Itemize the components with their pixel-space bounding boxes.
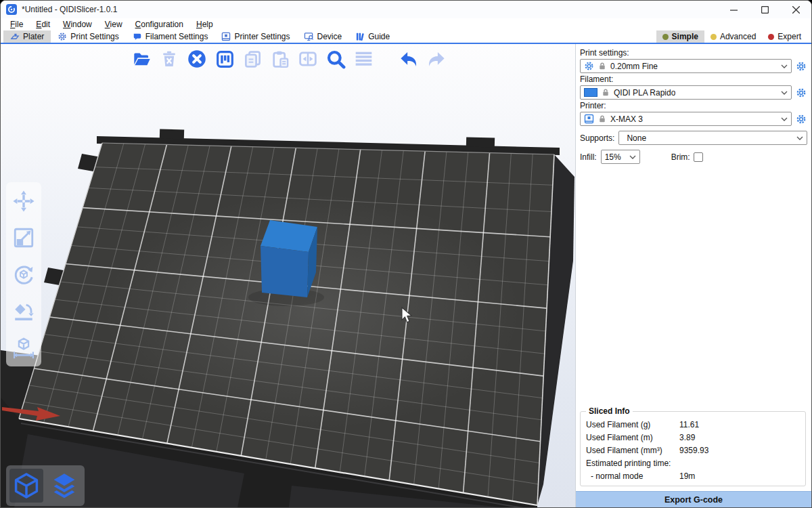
advanced-mode-dot (710, 34, 717, 40)
undo-button[interactable] (398, 48, 420, 70)
mode-advanced-label: Advanced (720, 32, 756, 41)
simple-mode-dot (662, 34, 669, 40)
open-file-button[interactable] (131, 48, 152, 70)
menu-view[interactable]: View (105, 20, 122, 29)
supports-value: None (623, 133, 646, 143)
mode-simple[interactable]: Simple (656, 30, 704, 43)
tab-bar: Plater Print Settings Filament Settings … (1, 30, 811, 44)
export-gcode-button[interactable]: Export G-code (576, 491, 811, 507)
3d-editor-cube-icon (13, 472, 40, 499)
menu-edit[interactable]: Edit (36, 20, 50, 29)
print-settings-value: 0.20mm Fine (610, 62, 658, 71)
brim-checkbox[interactable] (694, 152, 703, 162)
chevron-down-icon (629, 155, 636, 159)
mode-expert-label: Expert (777, 32, 801, 41)
gear-icon (796, 114, 807, 125)
infill-combo[interactable]: 15% (601, 150, 640, 164)
tab-plater-label: Plater (23, 32, 44, 41)
app-window: *Untitled - QIDISlicer-1.0.1 File Edit W… (0, 0, 812, 508)
tab-print-settings-label: Print Settings (70, 32, 118, 41)
tab-plater[interactable]: Plater (3, 30, 51, 43)
lock-icon (598, 62, 606, 70)
printer-value: X-MAX 3 (610, 114, 643, 124)
tab-device-label: Device (317, 32, 342, 41)
edit-print-settings-button[interactable] (795, 60, 807, 72)
sliced-info-row: Used Filament (mm³) 9359.93 (586, 446, 800, 455)
redo-button[interactable] (426, 48, 447, 70)
edit-filament-button[interactable] (795, 87, 807, 99)
rotate-tool-button[interactable] (12, 262, 36, 287)
arrange-grid-icon (216, 50, 234, 68)
sliced-info-row: Used Filament (g) 11.61 (586, 420, 800, 429)
viewport-3d[interactable] (1, 44, 575, 507)
menu-file[interactable]: File (10, 20, 23, 29)
flatten-icon (12, 299, 35, 322)
chevron-down-icon (781, 91, 788, 95)
sliced-info-row: - normal mode 19m (586, 471, 800, 481)
delete-button[interactable] (158, 48, 180, 70)
minimize-button[interactable] (718, 1, 749, 18)
print-settings-combo[interactable]: 0.20mm Fine (580, 59, 792, 73)
mode-expert[interactable]: Expert (762, 30, 807, 43)
tab-filament-settings-label: Filament Settings (145, 32, 208, 41)
tab-printer-settings[interactable]: Printer Settings (215, 30, 296, 43)
sliced-info-row: Used Filament (m) 3.89 (586, 433, 800, 442)
close-button[interactable] (780, 1, 811, 18)
close-icon (792, 6, 800, 14)
brim-label: Brim: (671, 152, 690, 162)
mode-advanced[interactable]: Advanced (704, 30, 762, 43)
copy-button[interactable] (242, 48, 263, 70)
app-logo-icon (6, 4, 17, 15)
expert-mode-dot (768, 34, 774, 40)
filament-label: Filament: (580, 75, 807, 84)
gear-icon (584, 61, 594, 71)
search-button[interactable] (325, 48, 346, 70)
infill-label: Infill: (580, 152, 597, 162)
redo-icon (426, 49, 447, 69)
supports-combo[interactable]: None (618, 131, 807, 145)
scale-tool-button[interactable] (12, 226, 36, 250)
search-icon (326, 49, 346, 69)
split-panels-icon (298, 49, 317, 68)
tab-guide[interactable]: Guide (348, 30, 397, 43)
menu-help[interactable]: Help (196, 20, 213, 29)
paste-icon (271, 50, 290, 68)
gear-icon (58, 32, 67, 41)
filament-combo[interactable]: QIDI PLA Rapido (580, 85, 792, 100)
printer-combo[interactable]: X-MAX 3 (580, 112, 792, 126)
window-title: *Untitled - QIDISlicer-1.0.1 (22, 5, 117, 14)
filament-value: QIDI PLA Rapido (614, 88, 675, 98)
paste-button[interactable] (269, 48, 291, 70)
arrange-button[interactable] (214, 48, 235, 70)
delete-all-button[interactable] (186, 48, 208, 70)
edit-printer-button[interactable] (795, 113, 807, 125)
title-bar: *Untitled - QIDISlicer-1.0.1 (1, 1, 811, 18)
mode-simple-label: Simple (672, 32, 698, 41)
lock-icon (602, 88, 610, 97)
tab-device[interactable]: Device (297, 30, 349, 43)
move-tool-button[interactable] (12, 189, 36, 213)
tab-filament-settings[interactable]: Filament Settings (126, 30, 215, 43)
variable-layer-height-button[interactable] (353, 48, 374, 70)
sliced-info-row: Estimated printing time: (586, 459, 800, 468)
measure-tool-button[interactable] (12, 335, 36, 360)
measure-icon (12, 336, 35, 359)
mode-selector: Simple Advanced Expert (656, 30, 811, 43)
scale-icon (12, 226, 35, 249)
preview-view-button[interactable] (47, 469, 81, 503)
menu-configuration[interactable]: Configuration (135, 20, 183, 29)
place-on-face-tool-button[interactable] (12, 299, 36, 323)
gear-icon (796, 87, 807, 98)
split-button[interactable] (297, 48, 319, 70)
move-icon (12, 190, 35, 213)
maximize-button[interactable] (749, 1, 780, 18)
open-folder-icon (132, 49, 151, 68)
editor-view-button[interactable] (9, 469, 43, 503)
layers-list-icon (355, 50, 373, 68)
chevron-down-icon (781, 117, 788, 121)
menu-bar: File Edit Window View Configuration Help (1, 18, 811, 30)
device-monitor-icon (304, 32, 314, 41)
undo-icon (399, 49, 419, 69)
menu-window[interactable]: Window (63, 20, 92, 29)
tab-print-settings[interactable]: Print Settings (51, 30, 125, 43)
